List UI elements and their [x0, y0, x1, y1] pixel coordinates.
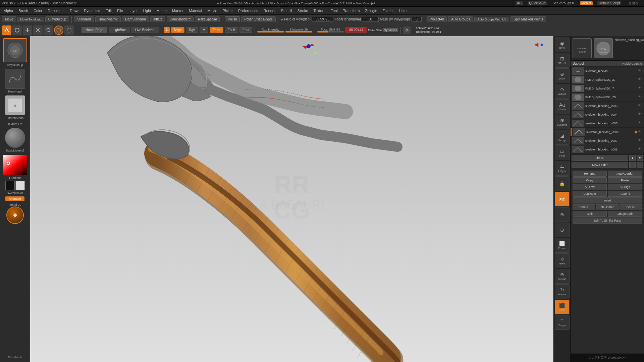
rename-btn[interactable]: Rename — [573, 171, 607, 177]
draw-size-input[interactable] — [345, 27, 367, 33]
pen-icon[interactable] — [64, 25, 74, 35]
subtool-eye-9[interactable]: 👁 — [638, 138, 643, 143]
subtool-eye-10[interactable]: 👁 — [638, 147, 643, 152]
menu-help[interactable]: Help — [397, 8, 409, 13]
menu-stroke[interactable]: Stroke — [295, 8, 311, 13]
zoom-out-btn[interactable]: ⊖ — [555, 223, 570, 237]
groups-split-btn[interactable]: Groups Split — [608, 211, 642, 217]
persp-btn[interactable]: ◢ Persp — [555, 130, 570, 145]
subtool-eye-3[interactable]: 👁 — [638, 86, 643, 91]
delete-btn[interactable]: Delete — [573, 204, 595, 210]
menu-picker[interactable]: Picker — [220, 8, 235, 13]
floor-btn[interactable]: ▭ Floor — [555, 145, 570, 160]
subtool-eye-6[interactable]: 👁 — [638, 112, 643, 117]
subtool-item-9[interactable]: skeleton_blocking_v007 👁 — [571, 136, 644, 145]
menu-transform[interactable]: Transform — [341, 8, 362, 13]
quicksave-btn[interactable]: QuickSave — [528, 1, 546, 5]
menu-color[interactable]: Color — [31, 8, 45, 13]
freehand-icon[interactable] — [5, 69, 25, 89]
lock-btn[interactable]: 🔒 — [555, 176, 570, 191]
subtool-eye-8[interactable]: 👁 — [638, 130, 643, 134]
split-masked-btn[interactable]: Split Masked Points — [511, 16, 546, 22]
menu-material[interactable]: Material — [186, 8, 204, 13]
live-boolean-tab[interactable]: Live Boolean — [131, 27, 159, 33]
menu-edit[interactable]: Edit — [103, 8, 114, 13]
frame-btn[interactable]: ⬜ Frame — [555, 238, 570, 253]
imbed-sphere[interactable] — [6, 206, 24, 224]
lsym-btn[interactable]: ⇆ L.Sym — [555, 161, 570, 176]
home-page-tab[interactable]: Home Page — [82, 27, 107, 33]
subtool-eye-5[interactable]: 👁 — [638, 104, 643, 108]
menu-document[interactable]: Document — [45, 8, 67, 13]
new-folder-btn[interactable]: New Folder — [572, 162, 628, 168]
dam-std2-btn[interactable]: DamStandard — [167, 16, 194, 22]
paste-btn[interactable]: Paste — [608, 177, 642, 183]
zsub-btn[interactable]: Zsub — [225, 27, 238, 33]
subtool-item-1[interactable]: skel skeleton_blockin 👁 — [571, 67, 644, 75]
menu-tool[interactable]: Tool — [329, 8, 340, 13]
folder-arrow-btn[interactable]: → — [629, 162, 636, 168]
menu-draw[interactable]: Draw — [67, 8, 81, 13]
auto-reorder-btn[interactable]: AutoReorder — [608, 171, 642, 177]
subtool-eye-2[interactable]: 👁 — [638, 77, 643, 82]
scale-icon[interactable] — [33, 25, 43, 35]
menu-layer[interactable]: Layer — [126, 8, 140, 13]
menus-btn[interactable]: Menus — [580, 1, 593, 5]
zoom3d-btn[interactable]: ⊕ ZoomD — [555, 269, 570, 284]
menu-alpha[interactable]: Alpha — [1, 8, 15, 13]
project-all-btn[interactable]: ProjectAll — [427, 16, 447, 22]
rgb-btn[interactable]: Rgb — [186, 27, 198, 33]
auto-groups-btn[interactable]: Auto Groups — [448, 16, 473, 22]
menu-movie[interactable]: Movie — [205, 8, 219, 13]
menu-light[interactable]: Light — [141, 8, 154, 13]
aahalf-btn[interactable]: Aa AAHalf — [555, 99, 570, 114]
move-btn[interactable]: Move — [2, 16, 16, 22]
ac-btn[interactable]: AC — [516, 1, 523, 5]
bpr-btn[interactable]: ◉ BPR — [555, 38, 570, 52]
draw2-icon[interactable] — [12, 25, 22, 35]
duplicate-btn[interactable]: Duplicate — [573, 191, 607, 197]
split-btn[interactable]: Split — [573, 211, 607, 217]
menu-zscript[interactable]: Zscript — [380, 8, 396, 13]
subtool-eye-1[interactable]: 👁 — [638, 69, 643, 73]
auto-groups-uv-btn[interactable]: Auto Groups With UV — [474, 17, 509, 22]
menu-marker[interactable]: Marker — [170, 8, 186, 13]
subtool-item-3[interactable]: PM3D_Sphere3D1_7 👁 — [571, 84, 644, 93]
canvas-area[interactable]: ▼ RR CG A.BASAURI ◀ ● — [30, 36, 553, 362]
xyz-btn[interactable]: Xyz — [555, 192, 570, 206]
dam-standard-btn[interactable]: DamStandard — [122, 16, 149, 22]
draw-icon[interactable] — [2, 25, 11, 35]
menu-render[interactable]: Render — [261, 8, 278, 13]
polish-crisp-edges-btn[interactable]: Polish Crisp Edges — [241, 16, 275, 22]
brush-circle[interactable] — [54, 25, 63, 35]
trim-dynamic-btn[interactable]: TrimDynamic — [95, 16, 121, 22]
subtool-item-10[interactable]: skeleton_blocking_v008 👁 — [571, 145, 644, 154]
mrgb-btn[interactable]: Mrgb — [171, 27, 185, 33]
subtool-item-8[interactable]: skeleton_blocking_v006 👁 — [571, 128, 644, 136]
del-all-btn[interactable]: Del All — [620, 204, 642, 210]
brush-preview[interactable]: CB — [3, 38, 27, 62]
rotate-icon[interactable] — [44, 25, 53, 35]
mask-input[interactable] — [412, 17, 422, 22]
color-picker[interactable] — [3, 155, 27, 175]
menu-stencil[interactable]: Stencil — [279, 8, 294, 13]
subtool-item-5[interactable]: skeleton_blocking_v003 👁 — [571, 102, 644, 110]
fg-color[interactable] — [5, 181, 15, 190]
rotate-view-btn[interactable]: ↻ Rotate — [555, 284, 570, 299]
split-similar-btn[interactable]: Split To Similar Parts — [573, 218, 642, 224]
rake-special-btn[interactable]: RakeSpecial — [195, 16, 220, 22]
lightbox-tab[interactable]: LightBox — [109, 27, 130, 33]
focal-shift-slider[interactable] — [317, 31, 344, 33]
alternate-btn[interactable]: Alternate — [5, 196, 24, 201]
menu-preferences[interactable]: Preferences — [236, 8, 260, 13]
folder-arr2-btn[interactable]: → — [637, 162, 643, 168]
dynamics-indicator[interactable]: Dynamics — [383, 28, 398, 32]
del-other-btn[interactable]: Del Other — [596, 204, 619, 210]
z-slider[interactable] — [285, 31, 312, 33]
tango-btn[interactable]: T Tango — [555, 315, 570, 330]
brush-alpha-icon[interactable]: α — [5, 95, 25, 115]
actual-btn[interactable]: ⊙ Actual — [555, 84, 570, 99]
standard-btn[interactable]: Standard — [74, 16, 94, 22]
zadd-btn[interactable]: Zadd — [210, 27, 223, 33]
all-low-btn[interactable]: All Low — [573, 184, 607, 190]
